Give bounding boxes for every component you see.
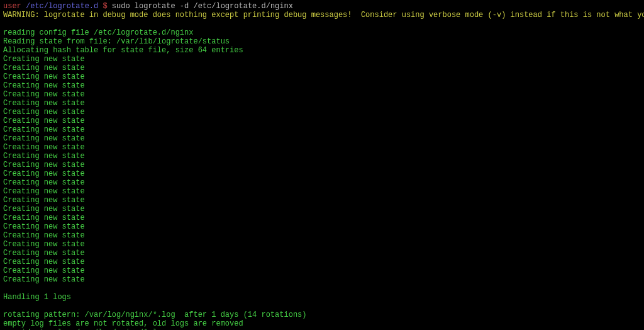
output-header-block: reading config file /etc/logrotate.d/ngi…	[3, 28, 641, 55]
output-state-block: Creating new stateCreating new stateCrea…	[3, 55, 641, 284]
output-line: rotating pattern: /var/log/nginx/*.log a…	[3, 310, 641, 319]
output-line: empty log files are not rotated, old log…	[3, 319, 641, 328]
output-state-line: Creating new state	[3, 99, 641, 108]
output-line: Allocating hash table for state file, si…	[3, 46, 641, 55]
blank-line-2	[3, 284, 641, 293]
output-state-line: Creating new state	[3, 90, 641, 99]
output-line: reading config file /etc/logrotate.d/ngi…	[3, 28, 641, 37]
output-state-line: Creating new state	[3, 143, 641, 152]
prompt-symbol: $	[103, 2, 107, 11]
output-line: Handling 1 logs	[3, 293, 641, 302]
warning-line: WARNING: logrotate in debug mode does no…	[3, 11, 641, 20]
blank-line	[3, 302, 641, 310]
output-state-line: Creating new state	[3, 108, 641, 117]
prompt-command: sudo logrotate -d /etc/logrotate.d/nginx	[112, 2, 293, 11]
prompt-space1	[21, 2, 26, 11]
output-state-line: Creating new state	[3, 258, 641, 266]
output-state-line: Creating new state	[3, 64, 641, 72]
prompt-user: user	[3, 2, 21, 11]
output-state-line: Creating new state	[3, 205, 641, 213]
output-state-line: Creating new state	[3, 169, 641, 178]
output-state-line: Creating new state	[3, 134, 641, 143]
output-tail-block: Handling 1 logsrotating pattern: /var/lo…	[3, 293, 641, 330]
output-state-line: Creating new state	[3, 55, 641, 64]
output-state-line: Creating new state	[3, 275, 641, 284]
output-state-line: Creating new state	[3, 117, 641, 125]
output-state-line: Creating new state	[3, 266, 641, 275]
output-state-line: Creating new state	[3, 72, 641, 81]
output-state-line: Creating new state	[3, 178, 641, 187]
output-state-line: Creating new state	[3, 231, 641, 240]
prompt-line[interactable]: user /etc/logrotate.d $ sudo logrotate -…	[3, 2, 641, 11]
output-state-line: Creating new state	[3, 222, 641, 231]
output-state-line: Creating new state	[3, 213, 641, 222]
output-state-line: Creating new state	[3, 81, 641, 90]
output-state-line: Creating new state	[3, 125, 641, 134]
output-state-line: Creating new state	[3, 196, 641, 205]
output-state-line: Creating new state	[3, 187, 641, 196]
output-state-line: Creating new state	[3, 240, 641, 249]
output-state-line: Creating new state	[3, 249, 641, 258]
blank-line	[3, 20, 641, 28]
output-line: Reading state from file: /var/lib/logrot…	[3, 37, 641, 46]
prompt-space3	[108, 2, 112, 11]
output-state-line: Creating new state	[3, 152, 641, 161]
prompt-cwd: /etc/logrotate.d	[26, 2, 98, 11]
output-state-line: Creating new state	[3, 161, 641, 169]
